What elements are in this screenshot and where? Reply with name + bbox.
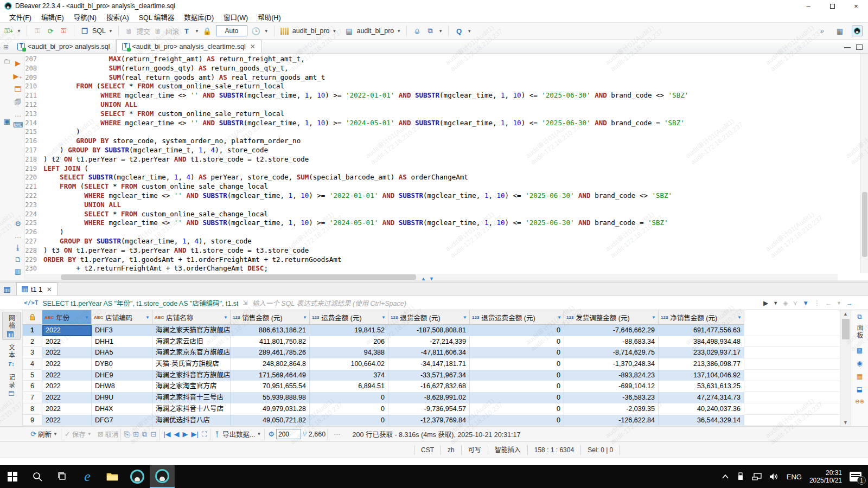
code-line[interactable]: 208 SUM(return_goods_qty) AS return_good… <box>25 64 838 73</box>
action-center-icon[interactable]: 1 <box>850 472 861 481</box>
code-line[interactable]: 217 ) GROUP BY SUBSTR(mgclear_time_t, 1,… <box>25 146 838 155</box>
table-cell[interactable]: 886,613,186.21 <box>231 325 310 336</box>
code-line[interactable]: 216 GROUP BY store_code, system_order_no… <box>25 137 838 146</box>
prev-page-icon[interactable]: ◀ <box>174 430 180 438</box>
save-label[interactable]: 保存 <box>72 429 86 439</box>
maximize-editor-icon[interactable] <box>856 44 863 50</box>
statistics-icon[interactable]: ▥ <box>13 266 23 276</box>
search-icon[interactable]: ⌕ <box>817 25 828 36</box>
tab-close-icon[interactable]: ✕ <box>250 43 256 50</box>
refresh-dropdown[interactable]: ▼ <box>53 432 58 436</box>
table-cell[interactable]: 0 <box>470 358 564 370</box>
column-filter-dropdown[interactable]: ▼ <box>381 315 386 320</box>
table-cell[interactable]: 36,544,329.14 <box>659 415 744 426</box>
scroll-up-icon[interactable]: ▲ <box>840 310 851 317</box>
execute-new-tab-icon[interactable]: ▶₊ <box>13 71 23 81</box>
menu-item[interactable]: 文件(F) <box>4 11 36 23</box>
table-cell[interactable]: DHA5 <box>92 347 152 358</box>
menu-item[interactable]: SQL 编辑器 <box>134 11 180 23</box>
table-cell[interactable]: 137,104,046.92 <box>659 370 744 381</box>
menu-item[interactable]: 搜索(A) <box>101 11 134 23</box>
table-cell[interactable]: 6,894.51 <box>310 381 388 392</box>
code-line[interactable]: 214 WHERE mgclear_time <> '' AND SUBSTR(… <box>25 119 838 128</box>
table-cell[interactable]: 2022 <box>42 392 92 403</box>
table-row[interactable]: 62022DHW8海澜之家淘宝官方店70,951,655.546,894.51-… <box>23 381 744 392</box>
filter-placeholder[interactable]: 输入一个 SQL 表达式来过滤结果 (使用 Ctrl+Space) <box>252 298 406 308</box>
usb-icon[interactable] <box>737 472 744 481</box>
dbeaver-taskbar-icon[interactable] <box>125 465 150 488</box>
table-row[interactable]: 42022DYB0天猫-英氏官方旗舰店248,802,864.8100,664.… <box>23 358 744 370</box>
table-cell[interactable]: DHH1 <box>92 336 152 348</box>
table-cell[interactable]: 0 <box>470 403 564 415</box>
taskbar-clock[interactable]: 20:31 2025/10/21 <box>809 469 842 484</box>
table-cell[interactable]: 海澜之家天猫官方旗舰店 <box>152 325 231 336</box>
table-cell[interactable]: -47,811,606.34 <box>388 347 470 358</box>
table-cell[interactable]: -126,622.84 <box>564 415 659 426</box>
column-header-8[interactable]: 123发货调整金额 (元)▼ <box>564 310 659 325</box>
table-cell[interactable]: 0 <box>310 415 388 426</box>
table-cell[interactable]: DHE9 <box>92 370 152 381</box>
table-cell[interactable]: 海澜之家抖音十八号店 <box>152 403 231 415</box>
filter-query-text[interactable]: SELECT t1.perYear AS "年份", t1.store_code… <box>43 298 239 308</box>
column-filter-dropdown[interactable]: ▼ <box>224 315 228 320</box>
transaction-dropdown[interactable]: ▼ <box>195 29 199 34</box>
table-cell[interactable]: 0 <box>470 370 564 381</box>
code-line[interactable]: 218) t2 ON t1.perYear = t2.perYear AND t… <box>25 155 838 164</box>
sql-dropdown[interactable]: ▼ <box>108 29 113 34</box>
column-header-1[interactable]: ABC年份▼ <box>42 310 92 325</box>
minimize-button[interactable]: – <box>796 0 820 12</box>
table-cell[interactable]: -9,736,954.57 <box>388 403 470 415</box>
code-line[interactable]: 207 MAX(return_freight_amt) AS return_fr… <box>25 55 838 64</box>
sash-collapse-arrows[interactable]: ▲▼ <box>421 277 434 281</box>
explain-plan-icon[interactable]: 🗐 <box>13 97 23 107</box>
table-cell[interactable]: 2022 <box>42 403 92 415</box>
table-cell[interactable]: -7,646,662.29 <box>564 325 659 336</box>
table-cell[interactable]: 0 <box>470 415 564 426</box>
table-cell[interactable]: -699,104.12 <box>564 381 659 392</box>
column-header-7[interactable]: 123退货运费金额 (元)▼ <box>470 310 564 325</box>
grid-corner-cell[interactable] <box>23 310 42 325</box>
view-grid-button[interactable]: 网格 <box>2 312 21 340</box>
table-cell[interactable]: -8,714,629.75 <box>564 347 659 358</box>
grid-vscroll-thumb[interactable] <box>842 319 850 339</box>
quick-search-icon[interactable]: Q <box>454 25 464 36</box>
table-cell[interactable]: 0 <box>310 392 388 403</box>
table-cell[interactable]: 海澜之家云店旧 <box>152 336 231 348</box>
duplicate-row-icon[interactable]: ⧉ <box>142 430 147 439</box>
menu-item[interactable]: 帮助(H) <box>253 11 285 23</box>
code-line[interactable]: 223 UNION ALL <box>25 201 838 210</box>
row-number[interactable]: 6 <box>23 381 42 392</box>
table-cell[interactable]: DH9U <box>92 392 152 403</box>
connect-icon[interactable]: ⚿ <box>32 25 43 36</box>
view-text-button[interactable]: 文本 𝙏↕ <box>2 342 21 370</box>
results-tab-close-icon[interactable]: ✕ <box>47 286 52 293</box>
connection-dropdown[interactable]: ▼ <box>333 29 337 34</box>
table-cell[interactable]: DHF3 <box>92 325 152 336</box>
menu-item[interactable]: 窗口(W) <box>219 11 253 23</box>
back-icon[interactable]: ← <box>825 299 832 307</box>
table-cell[interactable]: 94,388 <box>310 347 388 358</box>
column-header-2[interactable]: ABC店铺编码▼ <box>92 310 152 325</box>
table-cell[interactable]: 49,979,031.28 <box>231 403 310 415</box>
first-page-icon[interactable]: |◀ <box>163 430 170 438</box>
column-filter-dropdown[interactable]: ▼ <box>557 315 561 320</box>
grid-settings-icon[interactable]: ⚙ <box>268 430 275 438</box>
table-cell[interactable]: 289,461,785.26 <box>231 347 310 358</box>
disconnect-icon[interactable]: ⚿ <box>58 25 69 36</box>
row-number[interactable]: 2 <box>23 336 42 348</box>
table-cell[interactable]: 233,029,937.17 <box>659 347 744 358</box>
taskbar-search-icon[interactable] <box>25 465 50 488</box>
quick-search-dropdown[interactable]: ▼ <box>467 29 471 34</box>
collapsed-projects-icon[interactable]: ▣ <box>2 116 12 126</box>
column-header-9[interactable]: 123净销售金额 (元)▼ <box>659 310 744 325</box>
table-cell[interactable]: 0 <box>470 392 564 403</box>
table-cell[interactable]: -187,508,808.81 <box>388 325 470 336</box>
table-row[interactable]: 82022DH4X海澜之家抖音十八号店49,979,031.280-9,736,… <box>23 403 744 415</box>
code-line[interactable]: 226 ) <box>25 228 838 237</box>
table-cell[interactable]: DH4X <box>92 403 152 415</box>
sql-editor-button[interactable]: ❐ SQL ▼ <box>76 23 117 39</box>
code-line[interactable]: 222 WHERE mgclear_time <> '' AND SUBSTR(… <box>25 191 838 201</box>
add-row-icon[interactable]: ⊞ <box>133 430 139 438</box>
tab-analysis-sql[interactable]: <audit_bi_pro> analysis.sql <box>12 40 116 53</box>
table-cell[interactable]: -34,147,181.71 <box>388 358 470 370</box>
